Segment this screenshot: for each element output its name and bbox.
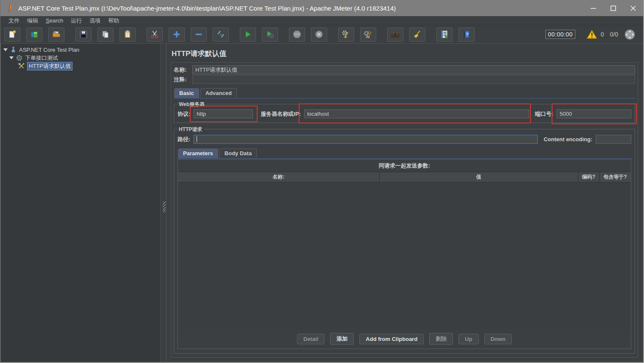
help-book-icon: ?	[462, 30, 471, 39]
down-button[interactable]: Down	[484, 334, 512, 344]
detail-button[interactable]: Detail	[297, 334, 325, 344]
close-button[interactable]	[623, 0, 643, 16]
binoculars-icon	[391, 30, 400, 39]
toggle-icon	[216, 30, 225, 39]
menu-edit[interactable]: 编辑	[23, 16, 42, 25]
menu-options[interactable]: 选项	[86, 16, 104, 25]
test-timer[interactable]: 00:00:00	[545, 30, 575, 39]
test-plan-icon	[10, 46, 17, 53]
title-bar: ASP.NET Core Test Plan.jmx (I:\DevTool\a…	[0, 0, 643, 16]
server-name-input[interactable]	[304, 109, 529, 118]
content-encoding-label: Content encoding:	[544, 136, 592, 142]
parameters-bodydata-tabs: Parameters Body Data	[178, 148, 631, 159]
start-button[interactable]	[240, 28, 256, 42]
config-editor-panel: HTTP请求默认值 名称: 注释: Basic Advanced Web服务器 …	[167, 44, 643, 363]
menu-help[interactable]: 帮助	[104, 16, 123, 25]
thread-group-icon	[16, 54, 23, 61]
http-request-legend: HTTP请求	[177, 126, 204, 133]
comment-input[interactable]	[192, 75, 635, 84]
new-file-button[interactable]	[4, 28, 20, 42]
parameters-table-body[interactable]	[178, 182, 631, 329]
column-header-name[interactable]: 名称:	[178, 172, 380, 182]
menu-run[interactable]: 运行	[67, 16, 86, 25]
remove-button[interactable]	[191, 28, 207, 42]
web-server-group: Web服务器 协议: 服务器名称或IP: 端口号:	[174, 104, 635, 123]
comment-label: 注释:	[174, 76, 189, 84]
warning-triangle-icon	[586, 29, 597, 39]
stop-icon: STOP	[292, 30, 302, 39]
function-helper-icon	[440, 30, 449, 39]
tree-node-thread-group[interactable]: 下单接口测试	[1, 54, 161, 62]
tree-node-label: HTTP请求默认值	[27, 62, 72, 70]
up-button[interactable]: Up	[458, 334, 478, 344]
plus-icon	[172, 30, 181, 39]
shutdown-icon	[314, 30, 324, 39]
content-encoding-input[interactable]	[596, 135, 631, 144]
add-button[interactable]	[169, 28, 185, 42]
column-header-include-equals[interactable]: 包含等于?	[600, 172, 631, 182]
http-defaults-icon	[18, 62, 25, 70]
svg-text:STOP: STOP	[294, 33, 300, 36]
warning-count: 0	[601, 31, 604, 38]
port-label: 端口号:	[535, 110, 553, 118]
toolbar: STOP	[0, 25, 643, 44]
expander-icon[interactable]	[3, 48, 8, 51]
tab-basic[interactable]: Basic	[174, 88, 199, 98]
clear-broom-icon	[341, 30, 351, 39]
tree-node-test-plan[interactable]: ASP.NET Core Test Plan	[1, 46, 161, 54]
start-no-timers-button[interactable]	[262, 28, 278, 42]
save-button[interactable]	[75, 28, 92, 42]
port-input[interactable]	[557, 109, 631, 118]
tab-parameters[interactable]: Parameters	[178, 148, 218, 158]
remote-status-icon	[624, 29, 636, 40]
function-helper-button[interactable]	[436, 28, 452, 42]
tree-node-http-defaults[interactable]: HTTP请求默认值	[1, 62, 161, 70]
shutdown-button[interactable]	[311, 28, 327, 42]
tab-advanced[interactable]: Advanced	[200, 88, 237, 98]
path-input[interactable]	[194, 135, 538, 144]
path-label: 路径:	[178, 136, 190, 143]
clear-button[interactable]	[338, 28, 354, 42]
minimize-button[interactable]	[583, 0, 603, 16]
paste-button[interactable]	[119, 28, 136, 42]
copy-button[interactable]	[97, 28, 114, 42]
maximize-icon	[611, 6, 616, 11]
toggle-button[interactable]	[213, 28, 229, 42]
clear-all-button[interactable]	[360, 28, 376, 42]
svg-text:?: ?	[466, 32, 469, 37]
text-caret	[197, 136, 197, 142]
window-title: ASP.NET Core Test Plan.jmx (I:\DevTool\a…	[18, 5, 583, 12]
divider-grip-icon[interactable]	[163, 201, 166, 212]
tree-node-label: ASP.NET Core Test Plan	[19, 47, 79, 53]
clear-all-brooms-icon	[364, 30, 373, 39]
tab-body-data[interactable]: Body Data	[219, 148, 257, 158]
clear-search-button[interactable]	[409, 28, 425, 42]
delete-parameter-button[interactable]: 删除	[429, 333, 453, 345]
add-parameter-button[interactable]: 添加	[330, 333, 354, 345]
parameters-table-panel: 同请求一起发送参数: 名称: 值 编码? 包含等于? Detail 添加 Add…	[178, 159, 631, 349]
log-warning-indicator[interactable]: 0	[586, 29, 604, 39]
name-input[interactable]	[192, 65, 635, 74]
tree-node-label: 下单接口测试	[25, 54, 58, 62]
menu-search[interactable]: Search	[42, 17, 67, 25]
server-name-label: 服务器名称或IP:	[261, 110, 301, 118]
add-from-clipboard-button[interactable]: Add from Clipboard	[359, 334, 424, 344]
templates-button[interactable]	[26, 28, 42, 42]
stop-button[interactable]: STOP	[289, 28, 305, 42]
maximize-button[interactable]	[603, 0, 623, 16]
help-button[interactable]: ?	[458, 28, 475, 42]
column-header-value[interactable]: 值	[380, 172, 578, 182]
basic-advanced-tabs: Basic Advanced	[174, 88, 635, 99]
search-button[interactable]	[387, 28, 403, 42]
minus-icon	[194, 30, 203, 39]
minimize-icon	[591, 6, 596, 11]
parameters-caption: 同请求一起发送参数:	[178, 159, 631, 172]
column-header-encode[interactable]: 编码?	[578, 172, 600, 182]
protocol-input[interactable]	[194, 109, 253, 118]
expander-icon[interactable]	[9, 56, 14, 59]
split-pane-divider[interactable]	[161, 44, 167, 363]
menu-file[interactable]: 文件	[5, 16, 23, 25]
templates-icon	[30, 30, 39, 39]
cut-button[interactable]	[147, 28, 163, 42]
open-file-button[interactable]	[48, 28, 64, 42]
